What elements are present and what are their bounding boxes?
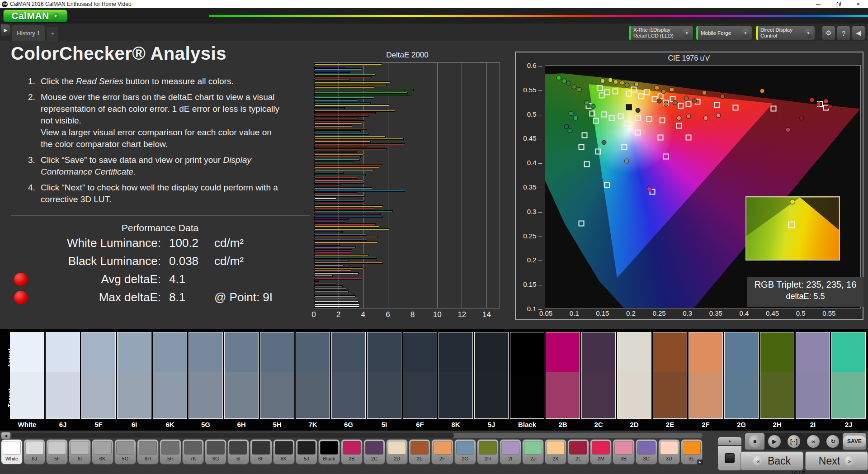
swatch-scrollbar[interactable]	[12, 433, 703, 438]
cie-point-measured[interactable]	[619, 81, 624, 85]
cie-point-target[interactable]	[686, 101, 692, 107]
delta-bar[interactable]	[314, 270, 351, 271]
delta-bar[interactable]	[314, 120, 364, 122]
patch-button-3c[interactable]: 3C	[636, 439, 657, 465]
patch-button-black[interactable]: Black	[318, 439, 340, 465]
delta-bar[interactable]	[314, 141, 371, 142]
cie-point-target[interactable]	[638, 93, 644, 99]
cie-point-target[interactable]	[597, 85, 603, 91]
delta-bar[interactable]	[314, 161, 354, 163]
delta-bar[interactable]	[314, 254, 368, 256]
meter-dropdown[interactable]: X-Rite i1Display Retail LCD (LED) ▼	[628, 25, 693, 41]
settings-button[interactable]: ⚙	[822, 25, 835, 41]
cie-point-measured[interactable]	[684, 95, 689, 100]
cie-point-target[interactable]	[635, 115, 641, 121]
delta-bar[interactable]	[314, 104, 389, 106]
next-button[interactable]: Next »	[805, 451, 868, 470]
cie-point-measured[interactable]	[573, 116, 578, 121]
patch-button-2j[interactable]: 2J	[522, 439, 544, 465]
cie-point-target[interactable]	[770, 106, 776, 112]
delta-bar[interactable]	[314, 210, 393, 212]
delta-bar[interactable]	[314, 242, 378, 243]
cie-point-measured[interactable]	[585, 100, 590, 105]
cie-point-target[interactable]	[623, 120, 629, 126]
cie-point-measured[interactable]	[703, 116, 708, 121]
save-button[interactable]: SAVE	[843, 436, 866, 447]
cie-point-target[interactable]	[618, 114, 624, 119]
source-dropdown[interactable]: Mobile Forge ▼	[696, 25, 752, 41]
delta-bar[interactable]	[314, 290, 349, 292]
cie-point-target[interactable]	[578, 220, 584, 226]
patch-button-2k[interactable]: 2K	[545, 439, 566, 465]
cie-point-measured[interactable]	[566, 81, 571, 86]
delta-bar[interactable]	[314, 169, 373, 171]
delta-bar[interactable]	[314, 89, 414, 91]
delta-bar[interactable]	[314, 156, 361, 158]
patch-button-8k[interactable]: 8K	[273, 439, 295, 465]
cie-point-measured[interactable]	[799, 116, 804, 121]
cie-point-target[interactable]	[593, 118, 599, 123]
swatch-scroll-left-button[interactable]: ◀	[1, 432, 10, 439]
delta-bar[interactable]	[314, 182, 364, 184]
cie-point-measured[interactable]	[600, 78, 605, 83]
patch-button-6i[interactable]: 6I	[69, 439, 90, 465]
delta-bar[interactable]	[314, 260, 349, 261]
delta-bar[interactable]	[314, 68, 362, 70]
cie-point-measured[interactable]	[786, 127, 791, 132]
cie-point-measured[interactable]	[720, 94, 725, 99]
patch-button-6f[interactable]: 6F	[250, 439, 272, 465]
back-button[interactable]: « Back	[741, 451, 803, 470]
patch-button-2m[interactable]: 2M	[590, 439, 612, 465]
delta-bar[interactable]	[314, 81, 391, 83]
delta-bar[interactable]	[314, 278, 362, 280]
restore-button[interactable]	[828, 0, 848, 8]
delta-bar[interactable]	[314, 123, 362, 124]
patch-button-6g[interactable]: 6G	[205, 439, 226, 465]
patch-button-3b[interactable]: 3B	[613, 439, 634, 465]
patch-button-7k[interactable]: 7K	[182, 439, 204, 465]
delta-bar[interactable]	[314, 244, 340, 246]
cie-point-measured[interactable]	[716, 113, 721, 118]
cie-point-measured[interactable]	[673, 100, 678, 105]
delta-bar[interactable]	[314, 79, 350, 81]
read-series-button[interactable]: [··]	[788, 435, 800, 448]
delta-bar[interactable]	[314, 125, 352, 127]
cie-point-measured[interactable]	[567, 128, 572, 133]
collapse-panel-button[interactable]: ◀	[852, 25, 865, 41]
delta-bar[interactable]	[314, 236, 378, 238]
cie-point-target[interactable]	[663, 153, 669, 159]
delta-bar[interactable]	[314, 136, 386, 137]
delta-bar[interactable]	[314, 283, 336, 284]
cie-point-target[interactable]	[644, 90, 650, 95]
delta-bar[interactable]	[314, 301, 359, 303]
patch-button-6j[interactable]: 6J	[24, 439, 45, 465]
cie-point-measured[interactable]	[634, 82, 639, 87]
delta-bar[interactable]	[314, 262, 383, 264]
delta-bar[interactable]	[314, 223, 376, 225]
delta-bar[interactable]	[314, 174, 366, 176]
cie-point-measured[interactable]	[809, 98, 814, 103]
delta-bar[interactable]	[314, 112, 376, 114]
cie-point-target[interactable]	[678, 103, 684, 109]
read-continuous-button[interactable]: ▶	[768, 435, 781, 448]
delta-bar[interactable]	[314, 234, 367, 236]
cie-point-target[interactable]	[584, 161, 590, 167]
delta-bar[interactable]	[314, 92, 408, 94]
cie-point-measured[interactable]	[569, 111, 574, 116]
delta-bar[interactable]	[314, 195, 364, 197]
delta-bar[interactable]	[314, 303, 360, 305]
cie-point-measured[interactable]	[608, 77, 613, 82]
patch-button-5h[interactable]: 5H	[160, 439, 181, 465]
delta-bar[interactable]	[314, 265, 344, 266]
cie-point-measured[interactable]	[760, 89, 764, 94]
cie-point-target[interactable]	[646, 116, 652, 122]
patch-button-2l[interactable]: 2L	[567, 439, 589, 465]
cie-point-target[interactable]	[601, 111, 607, 117]
close-button[interactable]: ×	[848, 0, 868, 8]
delta-bar[interactable]	[314, 221, 346, 223]
patch-button-2b[interactable]: 2B	[341, 439, 363, 465]
patch-button-2i[interactable]: 2I	[500, 439, 521, 465]
delta-bar[interactable]	[314, 164, 382, 166]
delta-bar[interactable]	[314, 115, 368, 117]
stop-button[interactable]: ■	[749, 435, 761, 448]
